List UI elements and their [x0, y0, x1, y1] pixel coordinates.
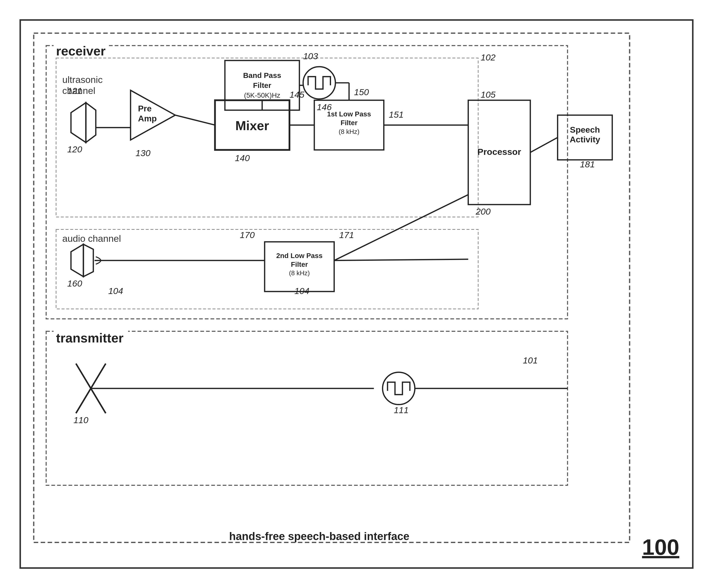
svg-text:hands-free speech-based interf: hands-free speech-based interface	[229, 530, 409, 542]
svg-text:104: 104	[294, 286, 309, 296]
svg-text:Activity: Activity	[570, 134, 600, 144]
svg-text:130: 130	[135, 148, 151, 158]
svg-text:200: 200	[475, 207, 491, 216]
svg-text:(8 kHz): (8 kHz)	[339, 128, 360, 135]
diagram-page: Pre Amp Band Pass Filter (5K-50K)Hz Mixe…	[20, 19, 693, 569]
svg-text:120: 120	[67, 144, 82, 154]
svg-line-34	[76, 363, 106, 413]
svg-text:110: 110	[73, 415, 88, 425]
svg-rect-1	[46, 45, 568, 319]
svg-marker-9	[131, 90, 175, 140]
svg-text:145: 145	[289, 90, 304, 100]
svg-text:105: 105	[480, 90, 496, 100]
svg-line-48	[334, 194, 468, 260]
svg-line-40	[175, 115, 215, 125]
svg-rect-6	[54, 328, 128, 335]
svg-text:1st Low Pass: 1st Low Pass	[327, 110, 371, 118]
svg-text:160: 160	[67, 278, 82, 289]
svg-text:(5K-50K)Hz: (5K-50K)Hz	[244, 91, 280, 99]
svg-text:103: 103	[303, 51, 318, 61]
svg-line-50	[530, 138, 558, 152]
svg-text:audio channel: audio channel	[62, 233, 121, 244]
svg-line-35	[76, 363, 106, 413]
svg-text:Filter: Filter	[291, 260, 308, 268]
svg-point-16	[303, 67, 335, 99]
svg-text:111: 111	[394, 405, 409, 415]
svg-text:171: 171	[339, 230, 354, 240]
svg-text:receiver: receiver	[56, 44, 106, 58]
svg-text:102: 102	[480, 52, 496, 62]
svg-marker-33	[83, 244, 93, 276]
svg-rect-2	[54, 43, 108, 50]
svg-rect-23	[468, 100, 531, 205]
svg-text:104: 104	[108, 286, 123, 296]
svg-text:ultrasonic: ultrasonic	[62, 75, 103, 85]
svg-text:100: 100	[642, 534, 679, 560]
svg-text:Mixer: Mixer	[235, 119, 269, 133]
svg-text:151: 151	[389, 110, 404, 120]
svg-text:Filter: Filter	[341, 119, 358, 127]
svg-text:101: 101	[523, 355, 538, 365]
svg-text:140: 140	[235, 153, 250, 163]
svg-rect-17	[215, 100, 289, 150]
svg-rect-3	[56, 58, 478, 217]
svg-rect-19	[314, 100, 384, 150]
svg-text:Processor: Processor	[477, 147, 521, 157]
svg-text:Amp: Amp	[138, 114, 157, 123]
svg-rect-0	[34, 33, 630, 543]
svg-rect-12	[225, 60, 299, 110]
svg-marker-8	[86, 103, 96, 142]
svg-text:Speech: Speech	[570, 125, 600, 134]
svg-text:150: 150	[354, 87, 369, 97]
svg-marker-32	[71, 244, 83, 276]
svg-text:146: 146	[317, 102, 332, 112]
svg-text:2nd Low Pass: 2nd Low Pass	[276, 252, 323, 259]
svg-rect-4	[56, 229, 478, 309]
svg-text:Band Pass: Band Pass	[243, 71, 281, 80]
svg-line-49	[334, 259, 468, 260]
svg-marker-7	[71, 103, 86, 142]
svg-rect-5	[46, 331, 568, 485]
svg-text:channel: channel	[62, 85, 95, 96]
svg-text:170: 170	[240, 230, 255, 240]
svg-point-37	[383, 372, 415, 404]
svg-rect-28	[265, 242, 334, 292]
svg-text:transmitter: transmitter	[56, 331, 124, 345]
svg-text:181: 181	[580, 160, 595, 169]
svg-text:Filter: Filter	[253, 81, 272, 89]
svg-text:Pre: Pre	[138, 104, 152, 113]
svg-text:(8 kHz): (8 kHz)	[289, 270, 310, 276]
svg-text:121: 121	[67, 86, 82, 96]
svg-rect-25	[558, 115, 612, 160]
